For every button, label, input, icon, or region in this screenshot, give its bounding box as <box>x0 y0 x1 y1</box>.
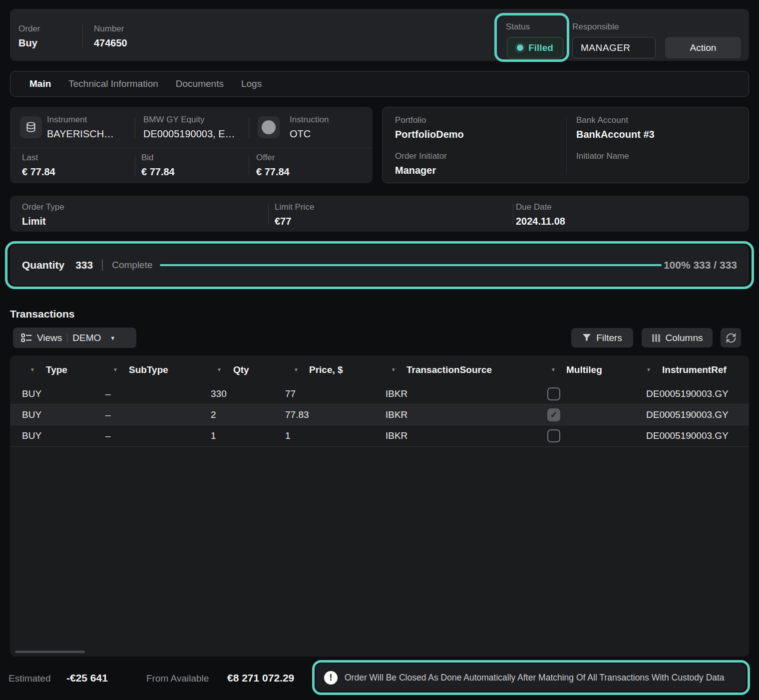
limit-price-value: €77 <box>275 215 314 227</box>
divider <box>102 260 103 271</box>
instrument-icon-box <box>20 116 42 138</box>
coins-icon <box>24 121 37 134</box>
quantity-status: Complete <box>112 260 152 271</box>
bank-account-field: Bank Account BankAccount #3 <box>576 115 655 140</box>
multileg-checkbox[interactable] <box>547 408 560 421</box>
row-divider <box>10 446 749 447</box>
status-label: Status <box>506 22 530 32</box>
table-row[interactable]: BUY – 2 77.83 IBKR DE0005190003.GY <box>10 404 749 425</box>
cell-price: 1 <box>285 430 291 441</box>
sort-caret-icon[interactable]: ▼ <box>294 367 299 372</box>
order-number-value: 474650 <box>94 37 127 49</box>
cell-qty: 1 <box>211 430 216 441</box>
multileg-checkbox[interactable] <box>547 387 560 400</box>
order-details-page: Order Buy Number 474650 Status Filled Re… <box>0 0 759 700</box>
quantity-panel: Quantity 333 Complete 100% 333 / 333 <box>10 245 749 286</box>
views-label: Views <box>37 333 62 344</box>
sort-caret-icon[interactable]: ▼ <box>646 367 651 372</box>
instruction-circle-icon <box>262 120 276 134</box>
cell-subtype: – <box>105 409 111 420</box>
number-label: Number <box>94 24 127 34</box>
filter-funnel-icon <box>582 334 591 342</box>
order-side-field: Order Buy <box>18 24 40 49</box>
table-row[interactable]: BUY – 1 1 IBKR DE0005190003.GY <box>10 425 749 446</box>
divider <box>566 117 567 174</box>
instruction-field: Instruction OTC <box>290 115 329 140</box>
column-header-qty[interactable]: Qty <box>233 364 249 375</box>
cell-qty: 2 <box>211 409 216 420</box>
instruction-label: Instruction <box>290 115 329 125</box>
column-header-price[interactable]: Price, $ <box>309 364 343 375</box>
multileg-checkbox[interactable] <box>547 429 560 442</box>
action-button[interactable]: Action <box>665 37 741 58</box>
order-label: Order <box>18 24 40 34</box>
instruction-value: OTC <box>290 128 329 140</box>
column-header-subtype[interactable]: SubType <box>129 364 168 375</box>
cell-source: IBKR <box>385 409 407 420</box>
portfolio-label: Portfolio <box>395 115 464 125</box>
views-dropdown[interactable]: Views DEMO ▼ <box>13 328 136 348</box>
table-row[interactable]: BUY – 330 77 IBKR DE0005190003.GY <box>10 383 749 404</box>
divider <box>67 333 67 343</box>
divider <box>249 118 249 138</box>
initiator-name-label: Initiator Name <box>576 151 629 161</box>
column-header-instrumentref[interactable]: InstrumentRef <box>662 364 727 375</box>
offer-price-field: Offer € 77.84 <box>256 153 290 178</box>
cell-qty: 330 <box>211 388 227 399</box>
cell-type: BUY <box>22 430 41 441</box>
order-type-value: Limit <box>22 215 64 227</box>
offer-value: € 77.84 <box>256 166 290 178</box>
order-initiator-value: Manager <box>395 164 447 176</box>
tab-logs[interactable]: Logs <box>241 78 262 89</box>
divider <box>135 118 135 138</box>
instruction-icon-box <box>258 116 280 138</box>
cell-type: BUY <box>22 388 41 399</box>
instrument-panel: Instrument BAYERISCH… BMW GY Equity DE00… <box>10 107 373 183</box>
due-date-value: 2024.11.08 <box>516 215 565 227</box>
tab-technical-information[interactable]: Technical Information <box>68 78 158 89</box>
estimated-label: Estimated <box>8 673 50 684</box>
sort-caret-icon[interactable]: ▼ <box>551 367 556 372</box>
limit-price-label: Limit Price <box>275 202 314 212</box>
offer-label: Offer <box>256 153 290 163</box>
horizontal-scrollbar[interactable] <box>15 651 85 653</box>
sort-caret-icon[interactable]: ▼ <box>391 367 396 372</box>
responsible-label: Responsible <box>572 22 619 32</box>
filters-button[interactable]: Filters <box>571 328 633 348</box>
tab-documents[interactable]: Documents <box>176 78 224 89</box>
order-type-label: Order Type <box>22 202 64 212</box>
tab-main[interactable]: Main <box>29 78 51 89</box>
refresh-button[interactable] <box>721 328 741 348</box>
last-value: € 77.84 <box>22 166 55 178</box>
transactions-title: Transactions <box>10 308 75 320</box>
bid-label: Bid <box>141 153 175 163</box>
status-badge: Filled <box>507 37 563 58</box>
chevron-down-icon: ▼ <box>110 335 115 341</box>
custody-notice-text: Order Will Be Closed As Done Automatical… <box>345 673 725 683</box>
divider <box>513 203 513 224</box>
instrument-field: Instrument BAYERISCH… <box>47 115 114 140</box>
portfolio-field: Portfolio PortfolioDemo <box>395 115 464 140</box>
column-header-multileg[interactable]: Multileg <box>566 364 602 375</box>
from-available-label: From Available <box>146 673 209 684</box>
equity-value: DE0005190003, E… <box>143 128 235 140</box>
column-header-transactionsource[interactable]: TransactionSource <box>406 364 492 375</box>
custody-notice: ! Order Will Be Closed As Done Automatic… <box>316 664 746 692</box>
bid-price-field: Bid € 77.84 <box>141 153 175 178</box>
column-header-type[interactable]: Type <box>46 364 67 375</box>
transactions-table: ▼ Type ▼ SubType ▼ Qty ▼ Price, $ ▼ Tran… <box>10 355 749 657</box>
equity-field: BMW GY Equity DE0005190003, E… <box>143 115 235 140</box>
columns-button[interactable]: Columns <box>642 328 713 348</box>
responsible-select[interactable]: MANAGER <box>572 37 656 58</box>
sort-caret-icon[interactable]: ▼ <box>113 367 118 372</box>
sort-caret-icon[interactable]: ▼ <box>30 367 35 372</box>
portfolio-value: PortfolioDemo <box>395 128 464 140</box>
bank-account-value: BankAccount #3 <box>576 128 655 140</box>
exclamation-icon: ! <box>324 671 338 685</box>
views-value: DEMO <box>72 333 101 344</box>
divider <box>268 203 269 224</box>
cell-price: 77 <box>285 388 296 399</box>
quantity-value: 333 <box>75 259 93 271</box>
limit-price-field: Limit Price €77 <box>275 202 314 227</box>
sort-caret-icon[interactable]: ▼ <box>217 367 222 372</box>
